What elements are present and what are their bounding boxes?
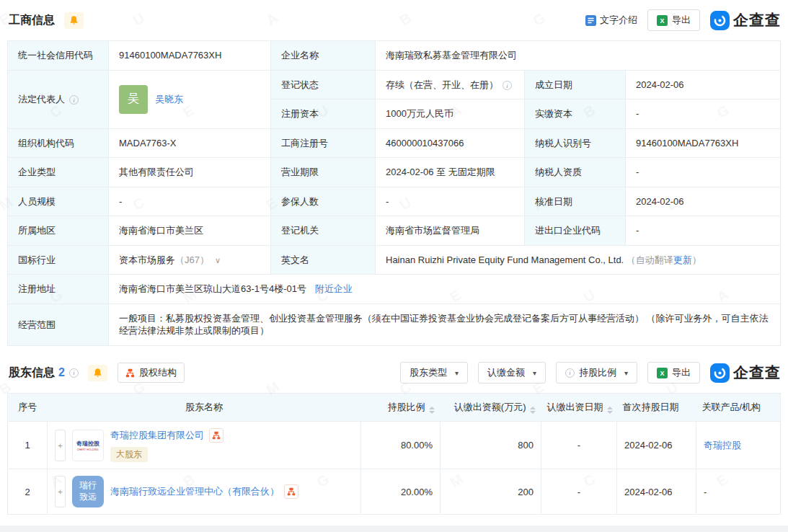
major-shareholder-badge: 大股东 xyxy=(110,447,148,462)
field-value-legal-rep: 吴 吴晓东 xyxy=(109,70,271,128)
export-label: 导出 xyxy=(672,366,691,379)
caret-down-icon: ▾ xyxy=(455,369,459,377)
filter-shareholding-ratio[interactable]: i 持股比例▾ xyxy=(556,362,637,384)
field-label-industry: 国标行业 xyxy=(8,245,109,275)
qichacha-logo-icon xyxy=(710,11,730,30)
sort-asc-icon xyxy=(429,407,435,409)
qichacha-brand[interactable]: 企查查 xyxy=(710,363,781,383)
sort-control[interactable] xyxy=(429,407,435,414)
field-label-staff-size: 人员规模 xyxy=(8,187,109,216)
sort-control[interactable] xyxy=(530,407,536,414)
sort-asc-icon xyxy=(530,407,536,409)
table-row: 组织机构代码 MADA7763-X 工商注册号 460000010437066 … xyxy=(8,128,781,158)
shareholder-name-link[interactable]: 奇瑞控股集团有限公司 xyxy=(110,429,204,442)
filter-subscribed-amount[interactable]: 认缴金额▾ xyxy=(478,362,546,384)
bell-icon xyxy=(68,15,79,26)
field-label-reg-status: 登记状态 xyxy=(271,70,376,99)
shareholder-avatar[interactable]: 瑞行 致远 xyxy=(72,476,104,507)
field-value-region: 海南省海口市美兰区 xyxy=(109,216,271,246)
field-value-business-term: 2024-02-06 至 无固定期限 xyxy=(376,158,525,187)
field-value-staff-size: - xyxy=(109,187,271,216)
field-label-insured-count: 参保人数 xyxy=(271,187,376,216)
field-label-business-scope: 经营范围 xyxy=(8,303,109,345)
row-related: - xyxy=(696,469,781,515)
legal-rep-avatar[interactable]: 吴 xyxy=(119,85,148,114)
info-icon[interactable]: i xyxy=(503,81,512,90)
field-value-establish-date: 2024-02-06 xyxy=(626,70,781,99)
row-first-date: 2024-02-06 xyxy=(617,422,696,469)
row-sub-date: - xyxy=(541,422,617,469)
orgchart-icon xyxy=(125,368,135,378)
field-label-paid-capital: 实缴资本 xyxy=(525,99,626,129)
field-label-import-export-code: 进出口企业代码 xyxy=(525,216,626,246)
equity-structure-button[interactable]: 股权结构 xyxy=(118,363,185,383)
text-intro-label: 文字介绍 xyxy=(600,14,637,27)
excel-icon: X xyxy=(657,15,668,26)
business-info-header: 工商信息 文字介绍 X 导出 企查查 xyxy=(7,0,781,40)
orgchart-icon xyxy=(212,431,221,440)
related-product-link[interactable]: 奇瑞控股 xyxy=(704,440,741,451)
field-value-industry: 资本市场服务（J67）∨ xyxy=(109,245,271,275)
export-label: 导出 xyxy=(672,14,691,27)
info-icon[interactable]: i xyxy=(69,368,79,378)
field-value-import-export-code: - xyxy=(626,216,781,246)
sort-control[interactable] xyxy=(607,407,613,414)
shareholder-logo[interactable]: 奇瑞控股 CHERY HOLDING xyxy=(72,430,104,461)
table-row: 企业类型 其他有限责任公司 营业期限 2024-02-06 至 无固定期限 纳税… xyxy=(8,158,781,187)
shareholders-table: 序号 股东名称 持股比例 认缴出资额(万元) 认缴出资日期 首次持股日期 关联产… xyxy=(7,393,781,515)
col-ratio: 持股比例 xyxy=(361,394,441,422)
sort-desc-icon xyxy=(429,411,435,414)
field-value-company-name: 海南瑞致私募基金管理有限公司 xyxy=(376,41,781,71)
nearby-companies-link[interactable]: 附近企业 xyxy=(315,283,353,294)
sort-asc-icon xyxy=(607,407,613,409)
subscribe-bell-button[interactable] xyxy=(64,12,84,29)
field-label-credit-code: 统一社会信用代码 xyxy=(8,41,109,71)
field-value-english-name: Hainan Ruizhi Private Equity Fund Manage… xyxy=(376,245,781,275)
export-button[interactable]: X 导出 xyxy=(647,362,700,384)
export-button[interactable]: X 导出 xyxy=(647,9,700,31)
field-value-business-scope: 一般项目：私募股权投资基金管理、创业投资基金管理服务（须在中国证券投资基金业协会… xyxy=(109,303,781,345)
field-label-company-type: 企业类型 xyxy=(8,158,109,187)
caret-down-icon: ▾ xyxy=(624,369,628,377)
row-amount: 800 xyxy=(441,422,541,469)
field-value-reg-status: 存续（在营、开业、在册）i xyxy=(376,70,525,99)
shareholder-name-link[interactable]: 海南瑞行致远企业管理中心（有限合伙） xyxy=(110,485,279,498)
excel-icon: X xyxy=(657,368,668,378)
chevron-down-icon[interactable]: ∨ xyxy=(215,256,221,265)
shareholders-title: 股东信息 xyxy=(9,365,55,381)
row-related: 奇瑞控股 xyxy=(696,422,781,469)
subscribe-bell-button[interactable] xyxy=(88,365,107,381)
orgchart-icon xyxy=(287,487,296,496)
equity-structure-label: 股权结构 xyxy=(139,366,177,379)
shareholder-row: 2 + 瑞行 致远 海南瑞行致远企业管理中心（有限合伙） 20 xyxy=(8,469,781,515)
table-row: 所属地区 海南省海口市美兰区 登记机关 海南省市场监督管理局 进出口企业代码 - xyxy=(8,216,781,246)
shareholder-row: 1 + 奇瑞控股 CHERY HOLDING 奇瑞控股集团有限公司 xyxy=(8,422,781,469)
svg-text:X: X xyxy=(660,369,665,376)
field-value-insured-count: - xyxy=(376,187,525,216)
row-first-date: 2024-02-06 xyxy=(617,469,696,515)
equity-chart-button[interactable] xyxy=(284,484,298,499)
legal-rep-link[interactable]: 吴晓东 xyxy=(155,93,183,106)
field-value-company-type: 其他有限责任公司 xyxy=(109,158,271,187)
info-icon[interactable]: i xyxy=(69,95,79,105)
shareholders-header: 股东信息 2 i 股权结构 股东类型▾ 认缴金额▾ i 持股比例▾ X 导出 xyxy=(7,353,781,393)
field-value-paid-capital: - xyxy=(626,99,781,129)
col-index: 序号 xyxy=(8,394,48,422)
sort-desc-icon xyxy=(607,411,613,414)
translate-update-link[interactable]: 更新 xyxy=(673,254,692,265)
field-value-reg-capital: 1000万元人民币 xyxy=(376,99,525,129)
field-value-approval-date: 2024-02-06 xyxy=(626,187,781,216)
expand-row-button[interactable]: + xyxy=(55,430,66,461)
expand-row-button[interactable]: + xyxy=(55,476,66,507)
qichacha-brand-name: 企查查 xyxy=(733,10,781,30)
table-row: 统一社会信用代码 91460100MADA7763XH 企业名称 海南瑞致私募基… xyxy=(8,41,781,71)
table-row: 国标行业 资本市场服务（J67）∨ 英文名 Hainan Ruizhi Priv… xyxy=(8,245,781,275)
qichacha-brand[interactable]: 企查查 xyxy=(710,10,781,30)
equity-chart-button[interactable] xyxy=(209,428,223,443)
field-label-taxpayer-id: 纳税人识别号 xyxy=(525,128,626,158)
text-intro-button[interactable]: 文字介绍 xyxy=(585,14,637,27)
filter-shareholder-type[interactable]: 股东类型▾ xyxy=(400,362,468,384)
table-row: 法定代表人i 吴 吴晓东 登记状态 存续（在营、开业、在册）i 成立日期 202… xyxy=(8,70,781,99)
col-related: 关联产品/机构 xyxy=(696,394,781,422)
field-label-reg-capital: 注册资本 xyxy=(271,99,376,129)
